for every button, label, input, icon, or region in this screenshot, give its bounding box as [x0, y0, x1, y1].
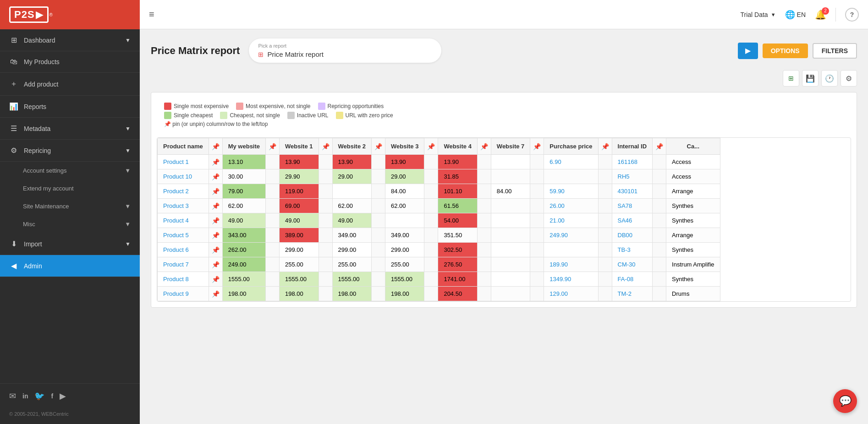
repricing-icon: ⚙: [9, 146, 18, 155]
filters-button[interactable]: FILTERS: [813, 43, 857, 59]
legend-label-single-cheapest: Single cheapest: [174, 112, 213, 119]
excel-icon: ⊞: [788, 75, 794, 82]
spacer-cell: [530, 257, 544, 272]
price-cell: 299.00: [280, 243, 319, 257]
trial-data-label: Trial Data: [740, 11, 768, 18]
pin-product-name[interactable]: 📌: [209, 138, 222, 155]
pin-website3[interactable]: 📌: [424, 138, 438, 155]
history-button[interactable]: 🕐: [821, 70, 838, 87]
legend-label-most-expensive-not-single: Most expensive, not single: [246, 103, 310, 109]
pin-website7[interactable]: 📌: [530, 138, 544, 155]
sidebar-item-repricing[interactable]: ⚙ Repricing ▼: [0, 140, 140, 162]
product-name-cell[interactable]: Product 9: [158, 287, 209, 301]
internal-id-cell: FA-08: [612, 272, 653, 287]
price-cell: 61.56: [438, 199, 477, 213]
row-pin[interactable]: 📌: [209, 213, 222, 228]
spacer-cell: [530, 243, 544, 257]
row-pin[interactable]: 📌: [209, 199, 222, 213]
col-header-website4: Website 4: [438, 138, 477, 155]
spacer-cell: [371, 257, 385, 272]
pin-website2[interactable]: 📌: [371, 138, 385, 155]
sidebar-item-my-products[interactable]: 🛍 My Products: [0, 51, 140, 73]
sidebar-item-extend-account[interactable]: Extend my account: [0, 179, 140, 197]
data-table-container[interactable]: Product name 📌 My website 📌 Website 1 📌 …: [157, 137, 851, 302]
linkedin-icon[interactable]: in: [22, 392, 28, 400]
row-pin[interactable]: 📌: [209, 287, 222, 301]
icon-toolbar: ⊞ 💾 🕐 ⚙: [151, 70, 857, 87]
internal-id-cell: SA46: [612, 213, 653, 228]
row-pin[interactable]: 📌: [209, 184, 222, 199]
price-cell: 49.00: [280, 213, 319, 228]
chat-button[interactable]: 💬: [833, 389, 857, 413]
purchase-price-cell: 21.00: [544, 213, 598, 228]
spacer-cell: [266, 257, 280, 272]
notifications-button[interactable]: 🔔 2: [815, 9, 826, 20]
price-cell: 84.00: [385, 184, 424, 199]
sidebar-item-dashboard[interactable]: ⊞ Dashboard ▼: [0, 29, 140, 51]
spacer-cell: [371, 287, 385, 301]
pin-purchase-price[interactable]: 📌: [598, 138, 612, 155]
logo: P2S ▶: [9, 6, 49, 23]
sidebar-item-admin[interactable]: ◀ Admin: [0, 255, 140, 277]
price-cell: 198.00: [385, 287, 424, 301]
spacer-cell: [530, 169, 544, 184]
row-pin[interactable]: 📌: [209, 228, 222, 243]
topbar-right: Trial Data ▼ 🌐 EN 🔔 2 ?: [740, 8, 859, 22]
sidebar-item-metadata[interactable]: ☰ Metadata ▼: [0, 118, 140, 140]
spacer-cell: [266, 155, 280, 169]
spacer-cell: [477, 257, 491, 272]
product-name-cell[interactable]: Product 3: [158, 199, 209, 213]
youtube-icon[interactable]: ▶: [60, 391, 66, 401]
export-excel-button[interactable]: ⊞: [783, 70, 799, 87]
col-header-my-website: My website: [222, 138, 265, 155]
spacer-cell: [653, 272, 666, 287]
category-cell: Instrum Amplifie: [666, 257, 720, 272]
purchase-price-cell: 129.00: [544, 287, 598, 301]
product-name-cell[interactable]: Product 10: [158, 169, 209, 184]
row-pin[interactable]: 📌: [209, 243, 222, 257]
purchase-price-cell: 249.90: [544, 228, 598, 243]
report-selector[interactable]: Pick a report ⊞ Price Matrix report: [249, 38, 441, 63]
sidebar-item-add-product[interactable]: ＋ Add product: [0, 73, 140, 96]
sidebar-item-misc[interactable]: Misc ▼: [0, 215, 140, 233]
twitter-icon[interactable]: 🐦: [34, 391, 44, 401]
save-button[interactable]: 💾: [802, 70, 819, 87]
sidebar-item-dashboard-label: Dashboard: [24, 37, 55, 44]
product-name-cell[interactable]: Product 1: [158, 155, 209, 169]
pin-internal-id[interactable]: 📌: [653, 138, 666, 155]
sidebar-item-site-maintenance[interactable]: Site Maintenance ▼: [0, 197, 140, 215]
product-name-cell[interactable]: Product 5: [158, 228, 209, 243]
sidebar-item-account-settings[interactable]: Account settings ▼: [0, 162, 140, 179]
trial-data-chevron-icon: ▼: [771, 12, 776, 17]
row-pin[interactable]: 📌: [209, 257, 222, 272]
col-header-internal-id: Internal ID: [612, 138, 653, 155]
row-pin[interactable]: 📌: [209, 155, 222, 169]
sidebar-item-reports[interactable]: 📊 Reports: [0, 96, 140, 118]
product-name-cell[interactable]: Product 4: [158, 213, 209, 228]
legend-label-single-most-expensive: Single most expensive: [174, 103, 229, 109]
table-settings-button[interactable]: ⚙: [841, 70, 857, 87]
facebook-icon[interactable]: f: [51, 392, 53, 400]
product-name-cell[interactable]: Product 7: [158, 257, 209, 272]
spacer-cell: [477, 155, 491, 169]
product-name-cell[interactable]: Product 2: [158, 184, 209, 199]
language-selector[interactable]: 🌐 EN: [785, 10, 806, 20]
email-icon[interactable]: ✉: [9, 391, 16, 401]
price-cell: 276.50: [438, 257, 477, 272]
sidebar-item-import[interactable]: ⬇ Import ▼: [0, 233, 140, 255]
row-pin[interactable]: 📌: [209, 272, 222, 287]
price-cell: 198.00: [332, 287, 371, 301]
pin-my-website[interactable]: 📌: [266, 138, 280, 155]
row-pin[interactable]: 📌: [209, 169, 222, 184]
product-name-cell[interactable]: Product 8: [158, 272, 209, 287]
category-cell: Arrange: [666, 228, 720, 243]
product-name-cell[interactable]: Product 6: [158, 243, 209, 257]
menu-toggle-button[interactable]: ≡: [149, 9, 154, 20]
help-button[interactable]: ?: [845, 8, 859, 22]
trial-data-selector[interactable]: Trial Data ▼: [740, 11, 775, 18]
options-button[interactable]: OPTIONS: [763, 43, 808, 58]
pin-website4[interactable]: 📌: [477, 138, 491, 155]
run-report-button[interactable]: ▶: [738, 43, 758, 59]
spacer-cell: [371, 199, 385, 213]
pin-website1[interactable]: 📌: [319, 138, 332, 155]
